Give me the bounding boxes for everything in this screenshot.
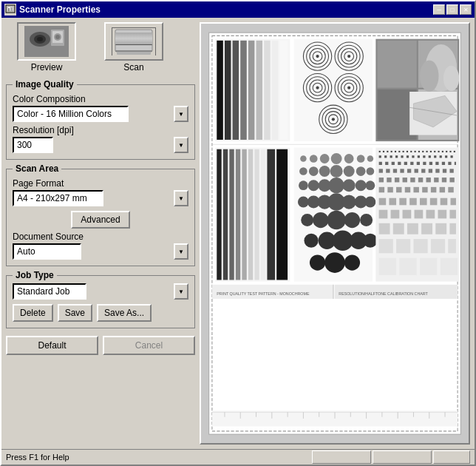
svg-point-97 <box>356 180 367 191</box>
svg-rect-196 <box>448 187 453 192</box>
svg-rect-129 <box>415 151 416 152</box>
svg-point-79 <box>310 155 318 163</box>
svg-rect-191 <box>405 187 410 192</box>
svg-rect-199 <box>399 198 407 206</box>
save-button[interactable]: Save <box>58 304 92 322</box>
svg-rect-67 <box>217 149 221 280</box>
svg-rect-21 <box>225 41 231 140</box>
svg-rect-75 <box>267 149 275 280</box>
title-buttons: ─ □ ✕ <box>433 4 472 15</box>
svg-rect-121 <box>383 151 384 152</box>
svg-rect-208 <box>415 210 424 219</box>
default-button[interactable]: Default <box>6 336 98 355</box>
svg-text:RESOLUTION/HALFTONE CALIBRATIO: RESOLUTION/HALFTONE CALIBRATION CHART <box>339 291 428 296</box>
svg-point-103 <box>342 195 356 209</box>
color-composition-container: Color - 16 Million Colors Grayscale Blac… <box>13 106 188 122</box>
svg-rect-143 <box>395 155 398 158</box>
svg-rect-219 <box>396 239 410 253</box>
image-quality-legend: Image Quality <box>13 79 77 90</box>
svg-point-83 <box>357 155 365 163</box>
svg-rect-27 <box>272 41 279 140</box>
svg-rect-131 <box>422 151 424 152</box>
job-type-buttons: Delete Save Save As... <box>13 304 188 322</box>
svg-point-98 <box>366 180 375 190</box>
window-body: Preview S <box>1 18 475 449</box>
svg-rect-225 <box>420 258 437 275</box>
svg-point-44 <box>316 87 319 90</box>
svg-rect-153 <box>451 155 453 158</box>
cancel-button[interactable]: Cancel <box>103 336 195 355</box>
svg-rect-136 <box>442 151 443 152</box>
svg-rect-224 <box>399 258 416 275</box>
maximize-button[interactable]: □ <box>446 4 458 15</box>
svg-rect-154 <box>379 162 382 165</box>
save-as-button[interactable]: Save As... <box>97 304 152 322</box>
svg-point-11 <box>55 35 60 39</box>
job-type-select[interactable]: Standard Job Custom Job <box>13 283 86 300</box>
svg-rect-20 <box>217 41 223 140</box>
svg-point-62 <box>443 66 459 91</box>
svg-rect-172 <box>415 169 418 172</box>
svg-rect-194 <box>431 187 436 192</box>
color-composition-select[interactable]: Color - 16 Million Colors Grayscale Blac… <box>13 106 129 122</box>
preview-button[interactable] <box>17 22 76 61</box>
document-source-select[interactable]: Auto Flatbed ADF Front ADF Back ADF Dupl… <box>13 243 81 260</box>
svg-rect-139 <box>454 151 455 152</box>
svg-rect-223 <box>379 258 396 275</box>
svg-rect-15 <box>115 43 152 45</box>
minimize-button[interactable]: ─ <box>433 4 445 15</box>
svg-rect-23 <box>240 41 247 140</box>
svg-point-107 <box>313 212 328 228</box>
svg-rect-124 <box>395 151 396 152</box>
svg-point-108 <box>327 211 346 230</box>
svg-rect-181 <box>403 178 407 182</box>
resolution-select[interactable]: 150 300 600 1200 <box>13 137 53 153</box>
svg-rect-76 <box>276 149 288 280</box>
svg-point-117 <box>324 252 345 273</box>
preview-canvas: PRINT QUALITY TEST PATTERN - MONOCHROME … <box>201 24 469 443</box>
svg-rect-29 <box>294 39 373 141</box>
title-bar-left: Scanner Properties <box>4 4 101 16</box>
svg-text:PRINT QUALITY TEST PATTERN - M: PRINT QUALITY TEST PATTERN - MONOCHROME <box>217 291 310 296</box>
delete-button[interactable]: Delete <box>13 304 53 322</box>
scan-button[interactable] <box>104 22 163 61</box>
svg-rect-72 <box>248 149 253 280</box>
svg-rect-212 <box>379 223 390 234</box>
svg-point-95 <box>328 178 344 193</box>
svg-rect-197 <box>379 198 387 206</box>
page-format-arrow: ▼ <box>174 190 188 206</box>
svg-rect-134 <box>434 151 435 152</box>
svg-rect-126 <box>403 151 404 152</box>
svg-rect-190 <box>396 187 401 192</box>
svg-rect-226 <box>441 258 458 275</box>
svg-rect-221 <box>431 239 445 253</box>
svg-rect-188 <box>379 187 384 192</box>
svg-rect-198 <box>389 198 396 206</box>
svg-rect-137 <box>446 151 447 152</box>
title-bar: Scanner Properties ─ □ ✕ <box>1 1 475 18</box>
svg-rect-166 <box>455 162 456 165</box>
document-source-label: Document Source <box>13 232 188 242</box>
svg-rect-158 <box>404 162 407 165</box>
svg-point-34 <box>316 55 319 58</box>
close-button[interactable]: ✕ <box>460 4 472 15</box>
svg-point-86 <box>309 166 319 176</box>
svg-rect-73 <box>254 149 259 280</box>
top-buttons: Preview S <box>6 22 195 72</box>
svg-rect-135 <box>438 151 439 152</box>
svg-point-89 <box>344 166 355 177</box>
page-format-select[interactable]: A4 - 210x297 mm Letter Legal Custom <box>13 190 103 206</box>
status-panel-3 <box>433 450 470 464</box>
svg-rect-70 <box>236 149 240 280</box>
svg-point-90 <box>356 166 366 176</box>
status-panel-2 <box>373 450 432 464</box>
svg-rect-128 <box>410 151 412 152</box>
svg-rect-174 <box>429 169 432 172</box>
svg-rect-215 <box>421 223 432 234</box>
preview-label: Preview <box>31 62 63 72</box>
color-composition-label: Color Composition <box>13 94 188 104</box>
svg-rect-145 <box>407 155 409 158</box>
advanced-button[interactable]: Advanced <box>71 211 130 229</box>
svg-rect-175 <box>435 169 439 172</box>
svg-rect-149 <box>429 155 431 158</box>
